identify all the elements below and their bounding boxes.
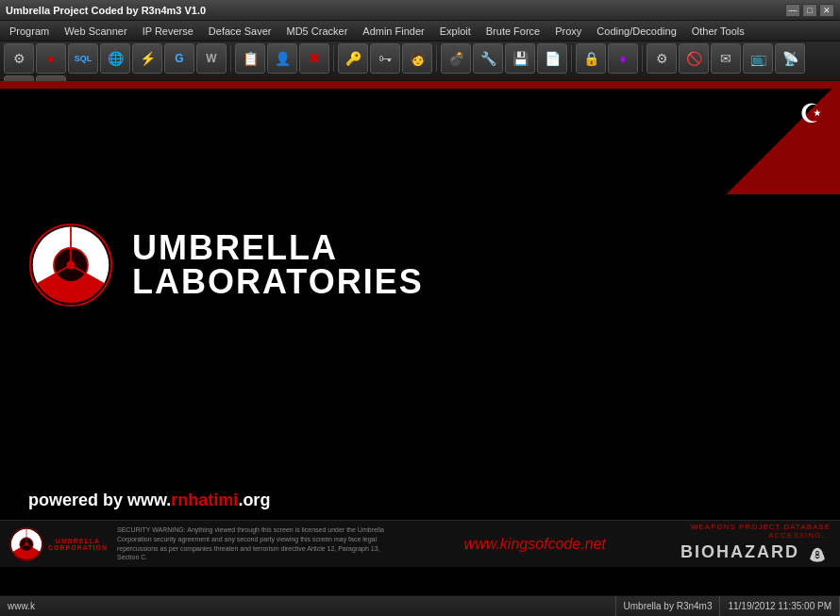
menu-bar: Program Web Scanner IP Reverse Deface Sa…: [0, 21, 840, 42]
umbrella-svg-icon: [28, 223, 113, 308]
title-bar: Umbrella Project Coded by R3n4m3 V1.0 — …: [0, 0, 840, 21]
tb-mail[interactable]: ✉: [711, 43, 741, 74]
umbrella-name-text: UMBRELLA: [132, 231, 424, 265]
biohazard-section: WEAPONS PROJECT DATABASEACCESSING... BIO…: [680, 523, 831, 566]
menu-ip-reverse[interactable]: IP Reverse: [135, 21, 201, 42]
tb-x[interactable]: ✖: [299, 43, 329, 74]
crescent-icon: ☪: [799, 98, 823, 129]
menu-coding-decoding[interactable]: Coding/Decoding: [589, 21, 683, 42]
umbrella-logo-section: UMBRELLA LABORATORIES: [28, 223, 424, 308]
tb-flash[interactable]: ⚡: [132, 43, 162, 74]
menu-admin-finder[interactable]: Admin Finder: [355, 21, 431, 42]
tb-google[interactable]: G: [164, 43, 194, 74]
tb-clipboard[interactable]: 📋: [235, 43, 265, 74]
tb-tv[interactable]: 📺: [743, 43, 773, 74]
tb-wiki[interactable]: W: [196, 43, 227, 74]
tb-user[interactable]: 👤: [267, 43, 297, 74]
status-app-name: Umbrella by R3n4m3: [616, 596, 721, 616]
status-datetime: 11/19/2012 11:35:00 PM: [720, 596, 840, 616]
umbrella-label: UMBRELLA LABORATORIES: [132, 231, 424, 299]
status-url: www.k: [0, 596, 616, 616]
powered-suffix: .org: [238, 491, 270, 509]
tb-wrench[interactable]: 🔧: [473, 43, 503, 74]
tb-file[interactable]: 📄: [537, 43, 567, 74]
bottom-strip: UMBRELLA CORPORATION SECURITY WARNING: A…: [0, 520, 840, 567]
maximize-button[interactable]: □: [802, 4, 817, 17]
tb-stop[interactable]: 🚫: [679, 43, 709, 74]
corner-decoration: ☪: [727, 81, 840, 194]
umbrella-sub-text: LABORATORIES: [132, 265, 424, 299]
tb-save[interactable]: 💾: [505, 43, 535, 74]
menu-deface-saver[interactable]: Deface Saver: [201, 21, 279, 42]
title-text: Umbrella Project Coded by R3n4m3 V1.0: [6, 5, 206, 16]
powered-highlight: rnhatimi: [171, 491, 238, 509]
tb-bomb[interactable]: 💣: [441, 43, 471, 74]
small-umbrella-svg: [9, 527, 43, 561]
toolbar-sep1: [230, 45, 231, 72]
toolbar-sep5: [642, 45, 643, 72]
powered-by-text: powered by www.rnhatimi.org: [28, 491, 270, 510]
close-button[interactable]: ✕: [819, 4, 834, 17]
weapons-text: WEAPONS PROJECT DATABASEACCESSING...: [691, 523, 831, 540]
menu-other-tools[interactable]: Other Tools: [684, 21, 752, 42]
biohazard-word: BIOHAZARD: [680, 542, 799, 562]
umbrella-small-logo: UMBRELLA CORPORATION: [9, 527, 108, 561]
tb-signal[interactable]: 📡: [775, 43, 805, 74]
svg-point-14: [816, 551, 818, 553]
biohazard-icon: [804, 540, 831, 566]
menu-web-scanner[interactable]: Web Scanner: [57, 21, 134, 42]
title-controls: — □ ✕: [785, 4, 834, 17]
tb-sql[interactable]: SQL: [68, 43, 98, 74]
tb-person[interactable]: 🧑: [402, 43, 432, 74]
tb-diamond[interactable]: ♦: [608, 43, 638, 74]
warning-text: SECURITY WARNING: Anything viewed throug…: [117, 525, 390, 562]
tb-circle[interactable]: ●: [36, 43, 66, 74]
tb-key2[interactable]: 🗝: [370, 43, 400, 74]
red-top-bar: [0, 81, 840, 89]
tb-gear2[interactable]: ⚙: [647, 43, 677, 74]
toolbar: ⚙ ● SQL 🌐 ⚡ G W 📋 👤 ✖ 🔑 🗝 🧑 💣 🔧 💾 📄 🔒 ♦ …: [0, 42, 840, 81]
tb-key1[interactable]: 🔑: [338, 43, 368, 74]
tb-lock[interactable]: 🔒: [576, 43, 606, 74]
svg-point-11: [25, 542, 28, 546]
minimize-button[interactable]: —: [785, 4, 800, 17]
powered-prefix: powered by www.: [28, 491, 171, 509]
kingsofcode-text: www.kingsofcode.net: [399, 536, 672, 553]
svg-point-5: [67, 261, 76, 270]
tb-globe[interactable]: 🌐: [100, 43, 130, 74]
toolbar-sep2: [333, 45, 334, 72]
main-content: ☪ UMBRELLA LABORATORIES powered by www.: [0, 81, 840, 595]
biohazard-label: BIOHAZARD: [680, 540, 831, 566]
toolbar-sep4: [571, 45, 572, 72]
status-bar: www.k Umbrella by R3n4m3 11/19/2012 11:3…: [0, 595, 840, 616]
toolbar-sep3: [436, 45, 437, 72]
menu-program[interactable]: Program: [2, 21, 57, 42]
menu-brute-force[interactable]: Brute Force: [479, 21, 547, 42]
tb-settings[interactable]: ⚙: [4, 43, 34, 74]
menu-proxy[interactable]: Proxy: [547, 21, 589, 42]
menu-md5-cracker[interactable]: MD5 Cracker: [279, 21, 356, 42]
menu-exploit[interactable]: Exploit: [432, 21, 479, 42]
